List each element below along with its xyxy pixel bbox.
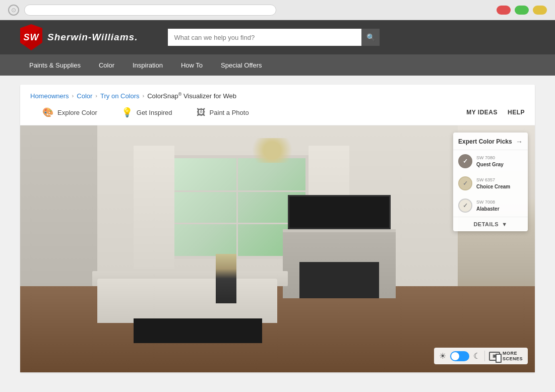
breadcrumb-homeowners[interactable]: Homeowners xyxy=(30,92,69,100)
minimize-button[interactable] xyxy=(533,6,547,15)
details-label: DETAILS xyxy=(473,221,499,227)
logo-initials: SW xyxy=(24,32,39,43)
get-inspired-label: Get Inspired xyxy=(137,109,172,116)
toggle-knob xyxy=(451,352,459,360)
nav-item-offers[interactable]: Special Offers xyxy=(212,54,271,76)
tool-nav-right: MY IDEAS HELP xyxy=(466,109,525,116)
paint-photo-label: Paint a Photo xyxy=(210,109,249,116)
window-frame-v xyxy=(236,158,238,256)
color-picks-arrow[interactable]: → xyxy=(516,138,523,146)
swatch-row-3[interactable]: ✓ SW 7008 Alabaster xyxy=(453,194,528,217)
swatch-check-2: ✓ xyxy=(463,180,468,187)
swatch-code-3: SW 7008 xyxy=(476,200,500,206)
tool-nav-paint-photo[interactable]: 🖼 Paint a Photo xyxy=(184,104,261,121)
color-picks-header: Expert Color Picks → xyxy=(453,138,528,150)
lighting-toggle[interactable] xyxy=(450,351,469,361)
swatch-name-1: Quest Gray xyxy=(476,161,504,168)
swatch-circle-1[interactable]: ✓ xyxy=(458,154,472,168)
breadcrumb-color[interactable]: Color xyxy=(77,92,92,100)
page-content: Homeowners › Color › Try on Colors › Col… xyxy=(20,85,535,372)
site-nav: Paints & Supplies Color Inspiration How … xyxy=(0,54,555,76)
breadcrumb-sep-3: › xyxy=(143,93,145,99)
breadcrumb-tryoncolors[interactable]: Try on Colors xyxy=(100,92,140,100)
sun-icon[interactable]: ☀ xyxy=(439,351,446,361)
site-header: SW Sherwin-Williams. 🔍 xyxy=(0,20,555,54)
swatch-row-2[interactable]: ✓ SW 6357 Choice Cream xyxy=(453,172,528,194)
window-frame-h1 xyxy=(167,190,305,192)
tool-nav-explore-color[interactable]: 🎨 Explore Color xyxy=(30,104,109,121)
palette-icon: 🎨 xyxy=(42,107,53,118)
scenes-icon: ▣ xyxy=(489,352,500,361)
brand-name: Sherwin-Williams. xyxy=(47,32,138,43)
breadcrumb-current: ColorSnap® Visualizer for Web xyxy=(147,92,236,100)
moon-icon[interactable]: ☾ xyxy=(473,351,480,361)
tool-nav: 🎨 Explore Color 💡 Get Inspired 🖼 Paint a… xyxy=(20,100,535,125)
swatch-info-1: SW 7080 Quest Gray xyxy=(476,155,504,168)
more-scenes-button[interactable]: ▣ MORE SCENES xyxy=(484,351,523,362)
close-button[interactable] xyxy=(497,6,511,15)
browser-content: SW Sherwin-Williams. 🔍 Paints & Supplies… xyxy=(0,20,555,392)
swatch-row-1[interactable]: ✓ SW 7080 Quest Gray xyxy=(453,150,528,172)
swatch-name-2: Choice Cream xyxy=(476,183,510,190)
breadcrumb: Homeowners › Color › Try on Colors › Col… xyxy=(20,85,535,100)
swatch-name-3: Alabaster xyxy=(476,206,500,212)
swatch-info-2: SW 6357 Choice Cream xyxy=(476,177,510,190)
room-fireplace xyxy=(283,229,396,298)
nav-item-paints[interactable]: Paints & Supplies xyxy=(20,54,90,76)
logo-shield: SW xyxy=(20,24,42,50)
color-picks-panel: Expert Color Picks → ✓ SW 7080 Quest Gra… xyxy=(453,133,528,231)
swatch-info-3: SW 7008 Alabaster xyxy=(476,200,500,212)
room-coffee-table xyxy=(134,318,262,343)
photo-icon: 🖼 xyxy=(197,107,206,118)
details-button[interactable]: DETAILS ▼ xyxy=(453,217,528,231)
room-tv xyxy=(288,195,391,230)
swatch-check-3: ✓ xyxy=(463,202,468,209)
address-bar[interactable] xyxy=(24,5,276,16)
swatch-circle-3[interactable]: ✓ xyxy=(458,199,472,213)
logo-badge: SW xyxy=(20,24,42,50)
logo-area: SW Sherwin-Williams. xyxy=(20,24,138,50)
search-input[interactable] xyxy=(168,29,361,46)
breadcrumb-sep-1: › xyxy=(72,93,74,99)
room-lamp xyxy=(216,254,236,303)
lightbulb-icon: 💡 xyxy=(121,107,133,118)
search-bar: 🔍 xyxy=(168,29,380,46)
visualizer-area: Expert Color Picks → ✓ SW 7080 Quest Gra… xyxy=(20,125,535,372)
my-ideas-link[interactable]: MY IDEAS xyxy=(466,109,498,116)
maximize-button[interactable] xyxy=(515,6,529,15)
room-sofa-main xyxy=(97,279,277,323)
scenes-label: MORE SCENES xyxy=(503,351,523,362)
breadcrumb-sep-2: › xyxy=(95,93,97,99)
nav-item-howto[interactable]: How To xyxy=(172,54,212,76)
room-chandelier xyxy=(246,138,298,163)
browser-chrome: ⊙ xyxy=(0,0,555,20)
swatch-circle-2[interactable]: ✓ xyxy=(458,176,472,190)
curtain-left xyxy=(134,146,175,269)
swatch-code-1: SW 7080 xyxy=(476,155,504,161)
help-link[interactable]: HELP xyxy=(508,109,525,116)
nav-item-inspiration[interactable]: Inspiration xyxy=(124,54,172,76)
swatch-code-2: SW 6357 xyxy=(476,177,510,183)
tool-nav-get-inspired[interactable]: 💡 Get Inspired xyxy=(109,104,184,121)
window-frame-h2 xyxy=(167,223,305,224)
swatch-check-1: ✓ xyxy=(463,158,468,165)
bottom-controls: ☀ ☾ ▣ MORE SCENES xyxy=(434,348,528,365)
browser-icon: ⊙ xyxy=(8,5,19,16)
nav-item-color[interactable]: Color xyxy=(90,54,124,76)
details-chevron-icon: ▼ xyxy=(502,221,507,227)
browser-buttons xyxy=(497,6,547,15)
color-picks-title: Expert Color Picks xyxy=(458,138,512,145)
explore-color-label: Explore Color xyxy=(57,109,97,116)
search-button[interactable]: 🔍 xyxy=(361,29,380,46)
fireplace-inner xyxy=(299,262,379,298)
